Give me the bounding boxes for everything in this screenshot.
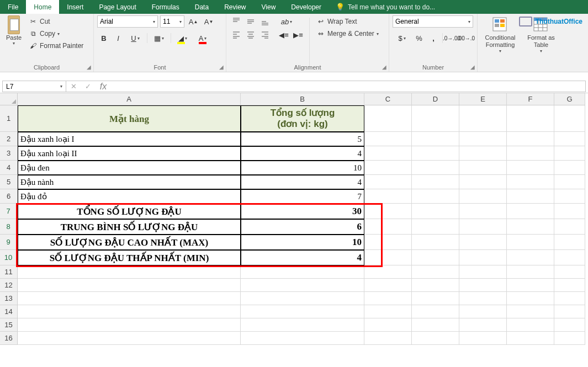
cell[interactable] [554,132,585,146]
cell-A7[interactable]: TỔNG SỐ LƯỢNG ĐẬU [18,204,241,219]
cell-A3[interactable]: Đậu xanh loại II [18,146,241,161]
cell[interactable] [18,305,241,318]
cell[interactable] [507,189,554,204]
cell-A2[interactable]: Đậu xanh loại I [18,132,241,146]
cell[interactable] [507,161,554,175]
cell[interactable] [507,204,554,219]
cell-B6[interactable]: 7 [241,189,364,204]
cell[interactable] [412,219,459,235]
cell[interactable] [554,265,585,279]
tab-developer[interactable]: Developer [283,0,329,14]
cell[interactable] [412,105,459,132]
cell[interactable] [364,279,412,292]
cell[interactable] [364,204,412,219]
cell-B1[interactable]: Tổng số lượng(đơn vị: kg) [241,105,364,132]
fx-icon[interactable]: fx [95,82,112,92]
cell[interactable] [364,265,412,279]
cell[interactable] [364,189,412,204]
cell[interactable] [459,279,507,292]
cell[interactable] [364,219,412,235]
cell[interactable] [412,305,459,318]
cut-button[interactable]: ✂ Cut [27,15,86,28]
cell[interactable] [459,146,507,161]
cell[interactable] [554,279,585,292]
font-size-combo[interactable]: 11▾ [160,15,184,28]
name-box[interactable]: L7▾ [2,81,66,92]
cell[interactable] [507,219,554,235]
cell[interactable] [459,305,507,318]
cell[interactable] [507,105,554,132]
orientation-button[interactable]: ab▾ [277,15,296,28]
cell-B2[interactable]: 5 [241,132,364,146]
bold-button[interactable]: B [97,32,110,44]
tab-view[interactable]: View [254,0,284,14]
row-header[interactable]: 3 [0,146,18,161]
cell-A9[interactable]: SỐ LƯỢNG ĐẬU CAO NHẤT (MAX) [18,235,241,250]
cell[interactable] [554,161,585,175]
wrap-text-button[interactable]: ↩ Wrap Text [314,15,381,28]
cell[interactable] [459,105,507,132]
cell[interactable] [412,235,459,250]
paste-button[interactable]: Paste ▾ [3,15,24,72]
cell[interactable] [412,189,459,204]
cell[interactable] [364,292,412,305]
cell[interactable] [507,146,554,161]
row-header[interactable]: 2 [0,132,18,146]
cell[interactable] [459,265,507,279]
cell[interactable] [412,146,459,161]
cell[interactable] [364,318,412,332]
cell-A8[interactable]: TRUNG BÌNH SỐ LƯỢNG ĐẬU [18,219,241,235]
cell[interactable] [364,161,412,175]
cell[interactable] [507,305,554,318]
cell[interactable] [241,305,364,318]
italic-button[interactable]: I [112,32,125,44]
row-header[interactable]: 5 [0,175,18,189]
cell[interactable] [554,204,585,219]
cell[interactable] [412,250,459,265]
column-header[interactable]: G [554,93,585,105]
row-header[interactable]: 15 [0,318,18,332]
row-header[interactable]: 16 [0,332,18,345]
row-header[interactable]: 8 [0,219,18,235]
cell[interactable] [459,250,507,265]
cell-B3[interactable]: 4 [241,146,364,161]
cell[interactable] [554,219,585,235]
cell[interactable] [554,189,585,204]
cell[interactable] [412,332,459,345]
cell[interactable] [412,175,459,189]
cell[interactable] [364,250,412,265]
conditional-formatting-button[interactable]: Conditional Formatting▾ [481,15,520,72]
cell[interactable] [554,146,585,161]
cell[interactable] [459,292,507,305]
cell[interactable] [241,292,364,305]
cell[interactable] [364,105,412,132]
decrease-indent-button[interactable]: ◀≡ [277,29,290,41]
cell[interactable] [554,305,585,318]
increase-indent-button[interactable]: ▶≡ [292,29,305,41]
cell-A6[interactable]: Đậu đỏ [18,189,241,204]
accounting-format-button[interactable]: $▾ [393,32,411,44]
cell[interactable] [554,318,585,332]
borders-button[interactable]: ▦▾ [150,32,168,44]
cell[interactable] [554,105,585,132]
cell[interactable] [459,219,507,235]
cell[interactable] [412,161,459,175]
cell[interactable] [241,265,364,279]
align-left-button[interactable] [230,29,243,41]
tab-insert[interactable]: Insert [59,0,91,14]
tab-data[interactable]: Data [187,0,216,14]
tell-me-search[interactable]: 💡 Tell me what you want to do... [329,0,442,14]
tab-formulas[interactable]: Formulas [144,0,187,14]
cell[interactable] [507,279,554,292]
cell[interactable] [364,305,412,318]
tab-home[interactable]: Home [26,0,59,14]
cell[interactable] [459,175,507,189]
cell[interactable] [412,292,459,305]
column-header[interactable]: A [18,93,241,105]
cell[interactable] [364,146,412,161]
cell-B8[interactable]: 6 [241,219,364,235]
cell-A1[interactable]: Mặt hàng [18,105,241,132]
cell[interactable] [554,175,585,189]
number-launcher[interactable]: ◢ [470,64,475,70]
decrease-decimal-button[interactable]: .00→.0 [459,32,473,44]
